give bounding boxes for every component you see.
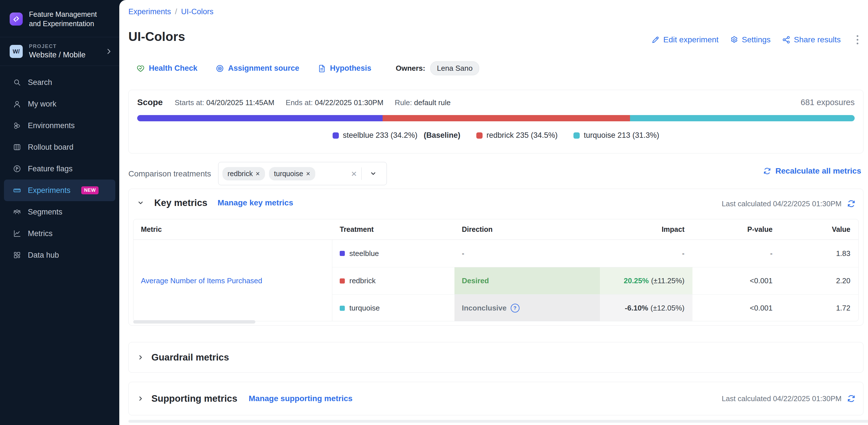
value-cell: 1.72	[780, 294, 858, 321]
treatment-swatch	[340, 278, 345, 283]
chevron-down-icon[interactable]	[137, 200, 144, 206]
supporting-metrics-title: Supporting metrics	[151, 393, 238, 404]
project-name: Website / Mobile	[29, 51, 99, 59]
clear-all-icon[interactable]: ×	[346, 169, 361, 178]
search-icon	[13, 79, 21, 86]
main-panel: Experiments / UI-Colors UI-Colors Edit e…	[119, 0, 868, 425]
legend-swatch-turquoise	[574, 132, 580, 139]
breadcrumb-current[interactable]: UI-Colors	[181, 7, 214, 16]
col-header-value: Value	[780, 219, 858, 240]
grid-squares-icon	[13, 251, 21, 259]
project-label: PROJECT	[29, 43, 99, 50]
treatment-cell-turquoise: turquoise	[332, 294, 455, 321]
key-metrics-title[interactable]: Key metrics	[154, 198, 207, 208]
p-value-cell: <0.001	[692, 267, 780, 294]
distribution-legend: steelblue 233 (34.2%)(Baseline) redbrick…	[129, 131, 863, 140]
horizontal-scrollbar-thumb[interactable]	[133, 320, 255, 324]
pencil-icon	[651, 35, 660, 44]
sidebar-item-segments[interactable]: Segments	[0, 201, 119, 223]
project-switcher[interactable]: W/ PROJECT Website / Mobile	[0, 37, 119, 66]
value-cell: 2.20	[780, 267, 858, 294]
metric-link[interactable]: Average Number of Items Purchased	[141, 276, 262, 285]
bar-segment-steelblue	[137, 115, 382, 121]
recalculate-all-metrics-button[interactable]: Recalculate all metrics	[763, 166, 861, 176]
sidebar-item-experiments[interactable]: Experiments NEW	[4, 180, 115, 201]
share-results-button[interactable]: Share results	[782, 35, 841, 44]
col-header-metric: Metric	[133, 219, 332, 240]
gear-icon	[730, 35, 739, 44]
new-badge: NEW	[81, 186, 98, 194]
treatment-cell-steelblue: steelblue	[332, 240, 455, 267]
page-title: UI-Colors	[128, 30, 185, 44]
chevron-down-icon[interactable]	[362, 170, 381, 177]
supporting-metrics-section[interactable]: Supporting metrics Manage supporting met…	[128, 382, 864, 415]
guardrail-metrics-section[interactable]: Guardrail metrics	[128, 342, 864, 373]
hexagons-icon	[13, 122, 21, 129]
split-logo-icon	[10, 12, 23, 26]
app-window: Feature Management and Experimentation W…	[0, 0, 868, 425]
chevron-right-icon	[137, 395, 144, 402]
exposure-distribution-bar	[137, 115, 855, 121]
app-title: Feature Management and Experimentation	[29, 10, 97, 28]
breadcrumb-experiments[interactable]: Experiments	[128, 7, 171, 16]
settings-button[interactable]: Settings	[730, 35, 771, 44]
manage-supporting-metrics-link[interactable]: Manage supporting metrics	[249, 394, 353, 403]
app-logo-row[interactable]: Feature Management and Experimentation	[0, 0, 119, 37]
sidebar-item-feature-flags[interactable]: Feature flags	[0, 158, 119, 180]
guardrail-metrics-title: Guardrail metrics	[151, 352, 229, 363]
more-options-button[interactable]	[854, 34, 861, 45]
p-value-cell: -	[692, 240, 780, 267]
direction-cell-inconclusive: Inconclusive ?	[455, 294, 600, 321]
assignment-source-link[interactable]: Assignment source	[216, 64, 299, 73]
col-header-p-value: P-value	[692, 219, 780, 240]
sidebar: Feature Management and Experimentation W…	[0, 0, 119, 425]
direction-cell: -	[455, 240, 600, 267]
scope-title: Scope	[137, 97, 163, 107]
sidebar-item-search[interactable]: Search	[0, 71, 119, 93]
ruler-icon	[13, 186, 21, 194]
project-avatar: W/	[10, 45, 23, 58]
next-section-edge	[128, 420, 868, 423]
treatment-swatch	[340, 306, 345, 311]
refresh-icon[interactable]	[847, 394, 856, 403]
legend-swatch-redbrick	[476, 132, 483, 139]
help-question-icon[interactable]: ?	[511, 304, 520, 312]
document-icon	[317, 64, 326, 73]
scope-rule: Rule: default rule	[395, 98, 451, 107]
key-metrics-table: Metric Treatment Direction Impact P-valu…	[133, 219, 859, 321]
col-header-direction: Direction	[455, 219, 600, 240]
sidebar-item-my-work[interactable]: My work	[0, 93, 119, 115]
chip-remove-icon[interactable]: ×	[256, 170, 260, 178]
hypothesis-link[interactable]: Hypothesis	[317, 64, 372, 73]
bar-segment-turquoise	[630, 115, 855, 121]
impact-cell: 20.25% (±11.25%)	[600, 267, 692, 294]
board-columns-icon	[13, 143, 21, 151]
exposures-count: 681 exposures	[801, 98, 855, 107]
supporting-last-calculated: Last calculated 04/22/2025 01:30PM	[722, 394, 856, 403]
legend-item-redbrick: redbrick 235 (34.5%)	[476, 131, 558, 140]
chip-redbrick[interactable]: redbrick×	[222, 167, 265, 180]
value-cell: 1.83	[780, 240, 858, 267]
sidebar-item-metrics[interactable]: Metrics	[0, 223, 119, 244]
manage-key-metrics-link[interactable]: Manage key metrics	[218, 198, 293, 207]
refresh-icon[interactable]	[847, 199, 856, 208]
owner-chip[interactable]: Lena Sano	[430, 61, 479, 75]
health-check-link[interactable]: Health Check	[136, 64, 197, 73]
sidebar-item-rollout-board[interactable]: Rollout board	[0, 136, 119, 158]
sidebar-item-data-hub[interactable]: Data hub	[0, 244, 119, 266]
comparison-treatments-select[interactable]: redbrick× turquoise× ×	[218, 162, 387, 185]
sidebar-item-environments[interactable]: Environments	[0, 115, 119, 136]
chip-remove-icon[interactable]: ×	[306, 170, 310, 178]
people-group-icon	[13, 208, 21, 216]
owners: Owners: Lena Sano	[396, 61, 479, 75]
legend-swatch-steelblue	[333, 132, 339, 139]
scope-ends: Ends at: 04/22/2025 01:30PM	[286, 98, 383, 107]
legend-item-steelblue: steelblue 233 (34.2%)(Baseline)	[333, 131, 460, 140]
share-icon	[782, 35, 790, 44]
chip-turquoise[interactable]: turquoise×	[269, 167, 315, 180]
scope-starts: Starts at: 04/20/2025 11:45AM	[175, 98, 274, 107]
bar-segment-redbrick	[382, 115, 630, 121]
legend-item-turquoise: turquoise 213 (31.3%)	[574, 131, 659, 140]
direction-cell-desired: Desired	[455, 267, 600, 294]
edit-experiment-button[interactable]: Edit experiment	[651, 35, 719, 44]
